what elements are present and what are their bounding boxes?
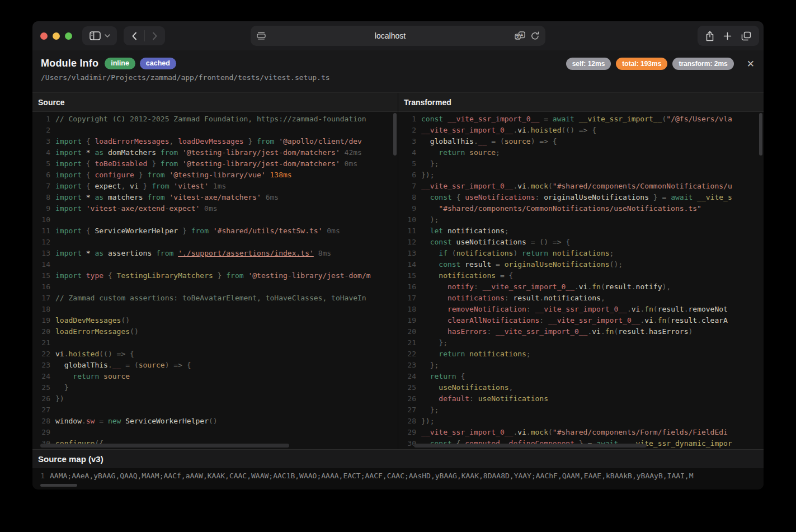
code-line: 1// Copyright (C) 2012-2025 Zammad Found… xyxy=(32,114,398,125)
code-line: 24 return { xyxy=(398,371,764,382)
code-line: 13 if (notifications) return notificatio… xyxy=(398,248,764,259)
code-line: 21 xyxy=(32,337,398,349)
module-path: /Users/vladimir/Projects/zammad/app/fron… xyxy=(41,73,755,82)
sourcemap-line: 1 AAMA;AAeA,yBAAG,QAAQ,MAAM;AACf,aAAW,KA… xyxy=(32,468,764,483)
code-line: 24 return source xyxy=(32,371,398,382)
code-line: 6import { configure } from '@testing-lib… xyxy=(32,170,398,181)
sidebar-icon xyxy=(90,31,101,40)
code-line: 14 const result = originalUseNotificatio… xyxy=(398,259,764,270)
nav-buttons xyxy=(124,26,165,45)
transformed-horizontal-scrollbar[interactable] xyxy=(414,444,647,448)
transformed-panel-title: Transformed xyxy=(398,93,764,112)
source-code-area[interactable]: 1// Copyright (C) 2012-2025 Zammad Found… xyxy=(32,112,398,449)
code-line: 23 }; xyxy=(398,360,764,371)
code-line: 11 let notifications; xyxy=(398,225,764,237)
code-line: 17 notifications: result.notifications, xyxy=(398,293,764,304)
code-line: 28}); xyxy=(398,416,764,427)
svg-text:文: 文 xyxy=(515,34,520,39)
browser-window: localhost A 文 xyxy=(32,21,764,489)
code-line: 6}); xyxy=(398,170,764,181)
code-line: 5import { toBeDisabled } from '@testing-… xyxy=(32,158,398,170)
sidebar-toggle-button[interactable] xyxy=(82,26,117,45)
tab-overview-button[interactable] xyxy=(741,31,751,41)
code-line: 16 xyxy=(32,281,398,293)
code-line: 18 xyxy=(32,304,398,315)
code-line: 4 return source; xyxy=(398,147,764,158)
svg-text:A: A xyxy=(520,32,524,37)
forward-button[interactable] xyxy=(145,26,165,45)
chevron-down-icon xyxy=(105,34,110,37)
code-panel: Source 1// Copyright (C) 2012-2025 Zamma… xyxy=(32,93,398,449)
code-line: 28window.sw = new ServiceWorkerHelper() xyxy=(32,416,398,427)
code-line: 19 clearAllNotifications: __vite_ssr_imp… xyxy=(398,315,764,326)
code-line: 2 xyxy=(32,125,398,136)
code-line: 1const __vite_ssr_import_0__ = await __v… xyxy=(398,114,764,125)
code-line: 2__vite_ssr_import_0__.vi.hoisted(() => … xyxy=(398,125,764,136)
sourcemap-title: Source map (v3) xyxy=(32,449,764,468)
sourcemap-line-number: 1 xyxy=(32,472,45,480)
address-bar[interactable]: localhost A 文 xyxy=(251,26,545,46)
zoom-window-button[interactable] xyxy=(65,32,72,40)
code-line: 27 }; xyxy=(398,404,764,416)
code-line: 9 "#shared/components/CommonNotification… xyxy=(398,203,764,214)
code-line: 29 xyxy=(32,427,398,438)
stat-pill: total: 193ms xyxy=(616,58,667,70)
code-line: 20 hasErrors: __vite_ssr_import_0__.vi.f… xyxy=(398,326,764,337)
module-info-header: Module Info inlinecached /Users/vladimir… xyxy=(32,50,764,92)
code-line: 22 return notifications; xyxy=(398,349,764,360)
code-line: 21 }; xyxy=(398,337,764,349)
code-line: 17// Zammad custom assertions: toBeAvata… xyxy=(32,293,398,304)
close-panel-button[interactable]: ✕ xyxy=(747,59,755,69)
code-line: 14 xyxy=(32,259,398,270)
reader-icon[interactable] xyxy=(257,32,266,40)
code-line: 15 notifications = { xyxy=(398,270,764,281)
sourcemap-horizontal-scrollbar[interactable] xyxy=(40,484,77,487)
code-line: 10 ); xyxy=(398,214,764,225)
code-panel: Transformed 1const __vite_ssr_import_0__… xyxy=(398,93,764,449)
code-line: 8import * as matchers from 'vitest-axe/m… xyxy=(32,192,398,203)
code-line: 9import 'vitest-axe/extend-expect' 0ms xyxy=(32,203,398,214)
module-badge-inline: inline xyxy=(105,58,135,69)
sourcemap-mappings: AAMA;AAeA,yBAAG,QAAQ,MAAM;AACf,aAAW,KAAK… xyxy=(50,472,694,480)
code-line: 26 default: useNotifications xyxy=(398,393,764,404)
code-line: 25 } xyxy=(32,382,398,393)
transformed-vertical-scrollbar[interactable] xyxy=(759,113,762,156)
translate-icon[interactable]: A 文 xyxy=(515,31,525,40)
code-line: 10 xyxy=(32,214,398,225)
code-line: 12 xyxy=(32,237,398,248)
code-line: 16 notify: __vite_ssr_import_0__.vi.fn(r… xyxy=(398,281,764,293)
page-title: Module Info xyxy=(41,58,98,69)
code-line: 3 globalThis.__ = (source) => { xyxy=(398,136,764,147)
code-line: 23 globalThis.__ = (source) => { xyxy=(32,360,398,371)
module-badge-cached: cached xyxy=(140,58,176,69)
url-text[interactable]: localhost xyxy=(266,31,515,40)
code-line: 22vi.hoisted(() => { xyxy=(32,349,398,360)
code-line: 20loadErrorMessages() xyxy=(32,326,398,337)
stat-pill: transform: 2ms xyxy=(672,58,733,70)
reload-icon[interactable] xyxy=(531,31,539,40)
source-horizontal-scrollbar[interactable] xyxy=(40,444,289,448)
code-line: 7__vite_ssr_import_0__.vi.mock("#shared/… xyxy=(398,181,764,192)
code-line: 26}) xyxy=(32,393,398,404)
window-controls xyxy=(40,32,72,40)
share-button[interactable] xyxy=(705,31,714,41)
minimize-window-button[interactable] xyxy=(53,32,60,40)
new-tab-button[interactable] xyxy=(723,32,732,40)
close-window-button[interactable] xyxy=(40,32,48,40)
transformed-code-area[interactable]: 1const __vite_ssr_import_0__ = await __v… xyxy=(398,112,764,449)
code-line: 8 const { useNotifications: originalUseN… xyxy=(398,192,764,203)
timing-stats: self: 12mstotal: 193mstransform: 2ms✕ xyxy=(566,58,755,70)
sourcemap-scroll-strip xyxy=(32,483,764,489)
code-line: 7import { expect, vi } from 'vitest' 1ms xyxy=(32,181,398,192)
code-line: 27 xyxy=(32,404,398,416)
code-line: 19loadDevMessages() xyxy=(32,315,398,326)
browser-toolbar: localhost A 文 xyxy=(32,21,764,50)
code-line: 5 }; xyxy=(398,158,764,170)
code-line: 11import { ServiceWorkerHelper } from '#… xyxy=(32,225,398,237)
code-line: 18 removeNotification: __vite_ssr_import… xyxy=(398,304,764,315)
code-line: 3import { loadErrorMessages, loadDevMess… xyxy=(32,136,398,147)
code-line: 15import type { TestingLibraryMatchers }… xyxy=(32,270,398,281)
stat-pill: self: 12ms xyxy=(566,58,611,70)
source-vertical-scrollbar[interactable] xyxy=(393,113,397,156)
back-button[interactable] xyxy=(124,26,144,45)
